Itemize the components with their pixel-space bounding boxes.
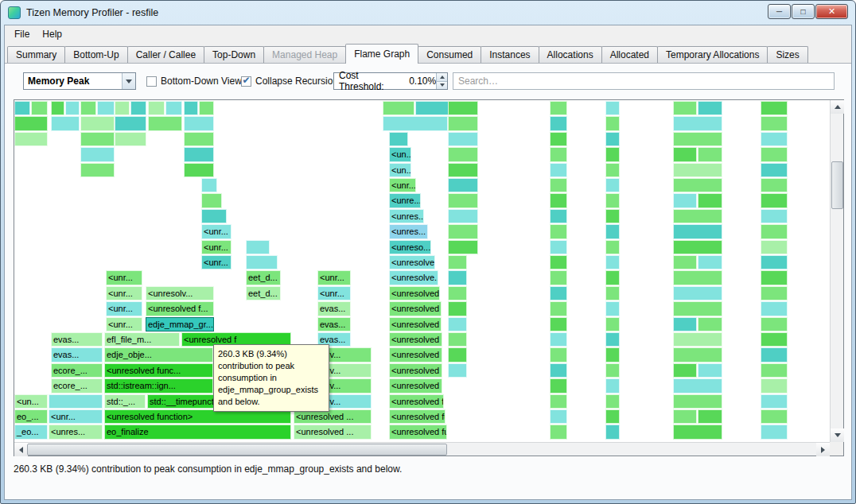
flame-block[interactable]	[448, 255, 467, 269]
flame-block-unresolve[interactable]: <unresolve...	[389, 270, 438, 285]
flame-block[interactable]	[246, 240, 270, 254]
flame-block[interactable]	[550, 270, 567, 285]
flame-block[interactable]	[761, 240, 788, 254]
flame-block[interactable]	[115, 132, 146, 146]
flame-block[interactable]	[199, 101, 214, 115]
flame-block[interactable]	[550, 163, 567, 177]
flame-block[interactable]	[550, 378, 567, 393]
cost-threshold-spinbox[interactable]: Cost Threshold: 0.10%	[333, 72, 448, 90]
flame-block-unresolvedf[interactable]: <unresolved f...	[389, 378, 442, 393]
flame-block[interactable]	[550, 317, 567, 331]
flame-block[interactable]	[448, 301, 467, 316]
flame-block[interactable]	[184, 132, 214, 146]
flame-block-unr[interactable]: <unr...	[106, 301, 142, 316]
flame-block[interactable]	[184, 147, 214, 161]
flame-block[interactable]	[550, 116, 567, 130]
flame-block[interactable]	[761, 363, 788, 378]
flame-block[interactable]	[65, 101, 80, 115]
flame-block[interactable]	[51, 116, 80, 130]
flame-block-unresolvedf[interactable]: <unresolved f...	[389, 347, 442, 362]
flame-block[interactable]	[761, 425, 788, 439]
flame-block[interactable]	[605, 224, 620, 238]
flame-block[interactable]	[550, 363, 567, 378]
menu-help[interactable]: Help	[36, 27, 68, 41]
flame-block[interactable]	[550, 409, 567, 424]
flame-block[interactable]	[673, 224, 722, 238]
vertical-scroll-thumb[interactable]	[831, 161, 843, 209]
flame-block[interactable]	[80, 147, 115, 161]
flame-block[interactable]	[761, 147, 788, 161]
horizontal-scrollbar[interactable]	[14, 442, 830, 456]
flame-block-unr[interactable]: <unr...	[49, 409, 103, 424]
flame-block[interactable]	[698, 317, 722, 331]
flame-block[interactable]	[383, 116, 448, 130]
flame-block[interactable]	[448, 116, 478, 130]
flame-block[interactable]	[673, 317, 697, 331]
flame-block-unresolved[interactable]: <unresolved ...	[389, 301, 442, 316]
minimize-button[interactable]: ─	[768, 4, 791, 19]
flame-block[interactable]	[673, 101, 697, 115]
tab-temporary-allocations[interactable]: Temporary Allocations	[657, 46, 768, 63]
flame-block[interactable]	[673, 347, 722, 362]
flame-block-evas[interactable]: evas...	[51, 347, 103, 362]
scroll-right-icon[interactable]	[816, 443, 830, 456]
flame-block[interactable]	[448, 178, 478, 192]
close-button[interactable]: ✕	[815, 4, 848, 19]
metric-select[interactable]: Memory Peak	[23, 72, 136, 90]
flame-block[interactable]	[673, 240, 722, 254]
flame-block-unr[interactable]: <unr...	[317, 286, 351, 300]
flame-block[interactable]	[448, 240, 478, 254]
flame-block-unresolvedf[interactable]: <unresolved f...	[389, 363, 442, 378]
flame-block[interactable]	[184, 163, 214, 177]
flame-block[interactable]	[383, 101, 414, 115]
flame-block-unr[interactable]: <unr...	[389, 178, 416, 192]
flame-block[interactable]	[80, 116, 115, 130]
flame-block-edje_obje[interactable]: edje_obje...	[104, 347, 213, 362]
flame-block[interactable]	[605, 301, 620, 316]
flame-block[interactable]	[14, 101, 30, 115]
tab-instances[interactable]: Instances	[481, 46, 539, 63]
flame-block[interactable]	[148, 101, 165, 115]
scroll-down-icon[interactable]	[831, 428, 844, 442]
flame-block-unr[interactable]: <unr...	[106, 270, 142, 285]
flame-block[interactable]	[448, 193, 478, 207]
flame-block-unres[interactable]: <unres...	[389, 209, 424, 223]
flame-block-unresolved[interactable]: <unresolved...	[389, 286, 440, 300]
flame-block[interactable]	[605, 163, 620, 177]
flame-block[interactable]	[605, 394, 620, 409]
flame-block[interactable]	[673, 132, 722, 146]
tab-allocated[interactable]: Allocated	[601, 46, 658, 63]
flame-block[interactable]	[389, 132, 408, 146]
flame-block[interactable]	[80, 132, 115, 146]
flame-block[interactable]	[673, 255, 697, 269]
flame-block[interactable]	[550, 255, 567, 269]
flame-block-ecore_[interactable]: ecore_...	[51, 363, 103, 378]
flame-block[interactable]	[448, 363, 467, 378]
flame-block[interactable]	[80, 163, 115, 177]
vertical-scrollbar[interactable]	[830, 100, 843, 442]
flame-block[interactable]	[605, 363, 620, 378]
flame-block-unr[interactable]: <unr...	[201, 224, 232, 238]
flame-block[interactable]	[448, 163, 478, 177]
flame-block-ecore_[interactable]: ecore_...	[51, 378, 103, 393]
flame-block[interactable]	[761, 394, 788, 409]
flame-block-unresolved[interactable]: <unresolved ...	[294, 425, 372, 439]
flame-block[interactable]	[130, 101, 146, 115]
flame-block[interactable]	[698, 101, 722, 115]
flame-block-efl_file_m[interactable]: efl_file_m...	[104, 332, 180, 347]
flame-block[interactable]	[605, 270, 620, 285]
flame-block[interactable]	[673, 270, 722, 285]
flame-block[interactable]	[673, 147, 697, 161]
flame-block-unr[interactable]: <unr...	[201, 240, 232, 254]
flame-block[interactable]	[605, 147, 620, 161]
flame-block[interactable]	[550, 301, 567, 316]
flame-block[interactable]	[550, 394, 567, 409]
flame-block-eet_d[interactable]: eet_d...	[246, 286, 281, 300]
flame-block[interactable]	[246, 255, 278, 269]
flame-block-un[interactable]: <un...	[14, 394, 48, 409]
flame-block-unresolved[interactable]: <unresolved ...	[389, 317, 442, 331]
flame-block-unresolvedfu[interactable]: <unresolved fu...	[389, 409, 446, 424]
tab-summary[interactable]: Summary	[7, 46, 65, 63]
flame-block[interactable]	[448, 270, 467, 285]
flame-block[interactable]	[605, 332, 620, 347]
